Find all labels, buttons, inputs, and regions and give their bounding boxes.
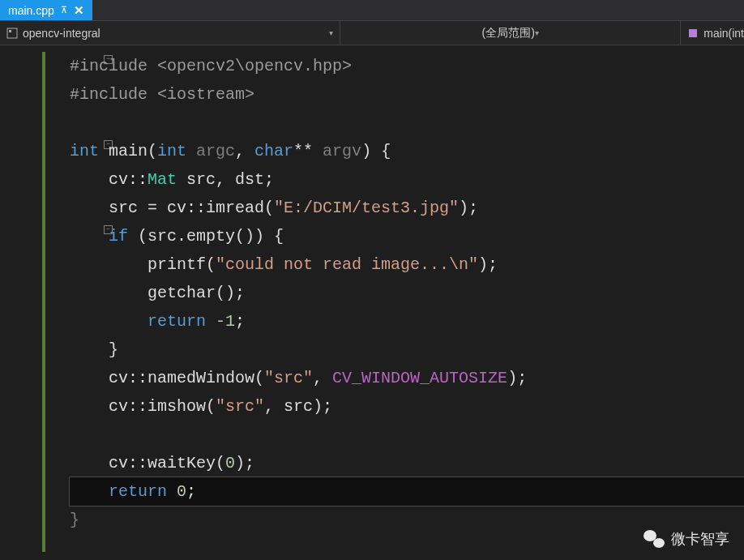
code-editor[interactable]: − − − #include <opencv2\opencv.hpp> #inc… <box>0 45 744 560</box>
svg-rect-0 <box>7 28 17 38</box>
code-line: cv::namedWindow("src", CV_WINDOW_AUTOSIZ… <box>70 364 744 392</box>
svg-rect-1 <box>9 30 11 32</box>
code-line: src = cv::imread("E:/DCIM/test3.jpg"); <box>70 194 744 222</box>
symbol-name: main(int <box>703 27 744 40</box>
watermark-text: 微卡智享 <box>671 529 729 549</box>
scope-label: (全局范围) <box>482 26 535 41</box>
code-line <box>70 421 744 449</box>
code-area[interactable]: − − − #include <opencv2\opencv.hpp> #inc… <box>49 45 744 560</box>
code-line: getchar(); <box>70 279 744 307</box>
code-line: } <box>70 336 744 364</box>
code-line: printf("could not read image...\n"); <box>70 250 744 279</box>
code-line: cv::Mat src, dst; <box>70 165 744 194</box>
gutter <box>0 45 49 560</box>
code-line: int main(int argc, char** argv) { <box>70 137 744 165</box>
file-tab[interactable]: main.cpp ⊼ ✕ <box>0 0 92 20</box>
code-line: #include <iostream> <box>70 80 744 109</box>
code-line-active: return 0; <box>70 477 744 506</box>
code-line: cv::imshow("src", src); <box>70 392 744 421</box>
project-dropdown[interactable]: opencv-integral ▾ <box>0 21 340 45</box>
pin-icon[interactable]: ⊼ <box>61 5 67 15</box>
chevron-down-icon: ▾ <box>535 28 539 37</box>
symbol-dropdown[interactable]: main(int <box>681 21 744 45</box>
code-line: if (src.empty()) { <box>70 222 744 250</box>
navigation-bar: opencv-integral ▾ (全局范围) ▾ main(int <box>0 21 744 45</box>
svg-rect-2 <box>689 29 697 37</box>
function-icon <box>687 28 699 39</box>
close-icon[interactable]: ✕ <box>74 3 84 18</box>
scope-dropdown[interactable]: (全局范围) ▾ <box>340 21 681 45</box>
change-marker <box>42 52 45 552</box>
code-line: #include <opencv2\opencv.hpp> <box>70 52 744 80</box>
code-line: return -1; <box>70 307 744 336</box>
chevron-down-icon: ▾ <box>329 28 333 37</box>
project-name: opencv-integral <box>23 27 100 40</box>
code-line: cv::waitKey(0); <box>70 449 744 477</box>
watermark: 微卡智享 <box>644 529 729 549</box>
tab-filename: main.cpp <box>8 4 54 17</box>
project-icon <box>6 28 18 39</box>
tab-bar: main.cpp ⊼ ✕ <box>0 0 744 21</box>
code-line <box>70 109 744 137</box>
wechat-icon <box>644 530 665 548</box>
